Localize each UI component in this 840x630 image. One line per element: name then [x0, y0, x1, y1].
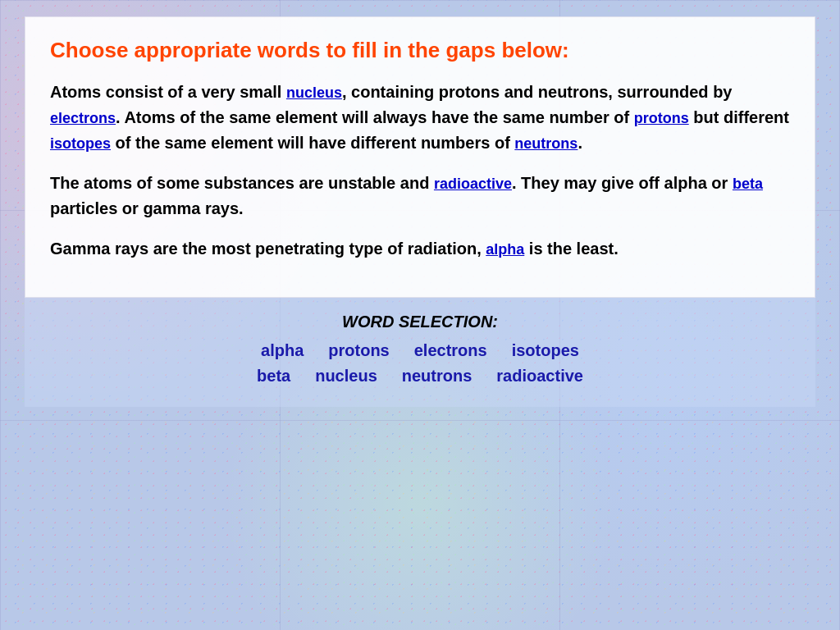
paragraph-3: Gamma rays are the most penetrating type…	[50, 236, 790, 262]
word-radioactive: radioactive	[496, 367, 583, 386]
main-container: Choose appropriate words to fill in the …	[0, 0, 840, 415]
filled-radioactive: radioactive	[434, 176, 512, 192]
word-selection-row2: beta nucleus neutrons radioactive	[41, 367, 799, 386]
page-title: Choose appropriate words to fill in the …	[50, 38, 790, 63]
filled-protons: protons	[634, 110, 689, 126]
word-beta: beta	[257, 367, 290, 386]
paragraph-1: Atoms consist of a very small nucleus, c…	[50, 80, 790, 156]
filled-neutrons: neutrons	[514, 135, 578, 152]
filled-isotopes: isotopes	[50, 135, 111, 152]
word-selection-box: WORD SELECTION: alpha protons electrons …	[25, 298, 815, 407]
word-electrons: electrons	[414, 341, 487, 360]
word-selection-row1: alpha protons electrons isotopes	[41, 341, 799, 360]
filled-electrons: electrons	[50, 110, 116, 126]
word-isotopes: isotopes	[512, 341, 579, 360]
paragraph-2: The atoms of some substances are unstabl…	[50, 171, 790, 221]
word-nucleus: nucleus	[315, 367, 377, 386]
content-box: Choose appropriate words to fill in the …	[25, 16, 815, 298]
word-protons: protons	[328, 341, 389, 360]
filled-beta: beta	[733, 176, 763, 192]
filled-alpha: alpha	[486, 241, 524, 258]
filled-nucleus: nucleus	[286, 84, 342, 101]
word-alpha: alpha	[261, 341, 304, 360]
word-neutrons: neutrons	[402, 367, 472, 386]
word-selection-title: WORD SELECTION:	[41, 313, 799, 331]
